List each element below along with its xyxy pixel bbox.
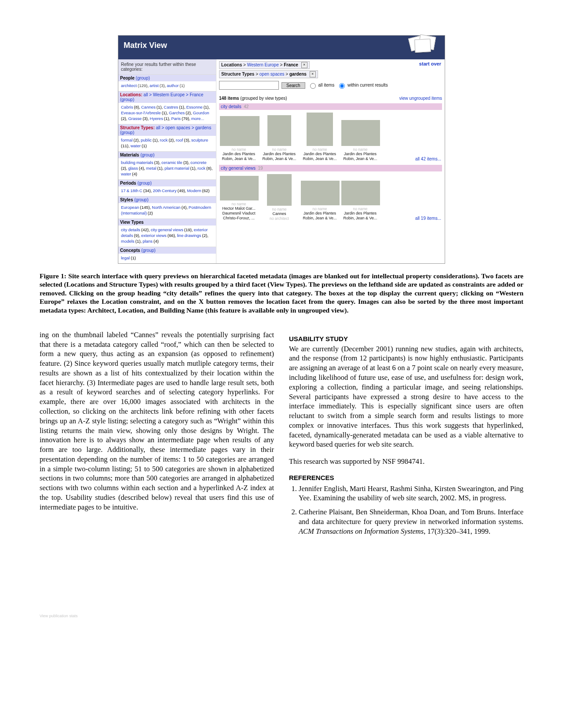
- photo-stack-icon: [409, 33, 437, 53]
- search-row: Search all items within current results: [219, 81, 442, 90]
- footer-note: View publication stats: [40, 614, 523, 618]
- facet-structure-types: Structure Types: all > open spaces > gar…: [118, 124, 216, 151]
- matrix-view-app: Matrix View Refine your results further …: [118, 35, 445, 264]
- result-thumb[interactable]: no nameJardin des PlantesRobin, Jean & V…: [220, 116, 258, 161]
- breadcrumb-locations: Locations > Western Europe > France ×: [219, 61, 442, 69]
- references-list: Jennifer English, Marti Hearst, Rashmi S…: [289, 484, 523, 536]
- all-items-link[interactable]: all 42 items...: [415, 157, 441, 161]
- thumb-row-city-details: no nameJardin des PlantesRobin, Jean & V…: [219, 110, 442, 165]
- radio-all-items[interactable]: [310, 83, 316, 89]
- result-thumb[interactable]: no nameJardin des PlantesRobin, Jean & V…: [341, 181, 379, 221]
- left-column: ing on the thumbnail labeled “Cannes” re…: [40, 330, 274, 543]
- start-over-link[interactable]: start over: [419, 61, 441, 66]
- facet-locations: Locations: all > Western Europe > France…: [118, 91, 216, 124]
- facet-materials: Materials (group) building materials (3)…: [118, 151, 216, 179]
- all-items-link[interactable]: all 19 items...: [415, 216, 441, 221]
- facet-styles: Styles (group) European (145), North Ame…: [118, 196, 216, 218]
- facet-concepts: Concepts (group) legal (1): [118, 247, 216, 263]
- thumb-row-city-general: no nameHector Malot Gar...Daumesnil Viad…: [219, 171, 442, 224]
- result-thumb[interactable]: no nameJardin des PlantesRobin, Jean & V…: [260, 115, 298, 161]
- facet-people: People (group) architect (129), artist (…: [118, 74, 216, 91]
- facet-periods: Periods (group) 17 & 18th C (34), 20th C…: [118, 179, 216, 196]
- result-thumb[interactable]: no nameJardin des PlantesRobin, Jean & V…: [301, 181, 339, 221]
- result-thumb[interactable]: no nameCannesno architect: [260, 174, 298, 221]
- view-ungrouped-link[interactable]: view ungrouped items: [399, 96, 442, 101]
- result-thumb[interactable]: no nameJardin des PlantesRobin, Jean & V…: [301, 113, 339, 161]
- result-thumb[interactable]: no nameHector Malot Gar...Daumesnil Viad…: [220, 176, 258, 221]
- app-title: Matrix View: [124, 41, 167, 50]
- facet-view-types: View Types city details (42), city gener…: [118, 218, 216, 247]
- search-input[interactable]: [219, 81, 279, 90]
- remove-structure-icon[interactable]: ×: [310, 71, 316, 77]
- usability-heading: USABILITY STUDY: [289, 335, 523, 343]
- remove-location-icon[interactable]: ×: [301, 62, 307, 68]
- result-thumb[interactable]: no nameJardin des PlantesRobin, Jean & V…: [341, 120, 379, 161]
- figure-caption: Figure 1: Site search interface with que…: [40, 272, 523, 314]
- search-button[interactable]: Search: [282, 82, 305, 89]
- breadcrumb-structure: Structure Types > open spaces > gardens …: [219, 70, 442, 78]
- references-heading: REFERENCES: [289, 473, 523, 482]
- right-column: USABILITY STUDY We are currently (Decemb…: [289, 330, 523, 543]
- result-summary: 148 items (grouped by view types) view u…: [219, 96, 442, 101]
- group-heading-city-general-views[interactable]: city general views 19: [219, 165, 442, 171]
- radio-within-results[interactable]: [339, 83, 345, 89]
- app-title-bar: Matrix View: [118, 36, 445, 59]
- main-panel: start over Locations > Western Europe > …: [216, 59, 445, 263]
- refine-hint: Refine your results further within these…: [118, 59, 216, 74]
- body-columns: ing on the thumbnail labeled “Cannes” re…: [40, 330, 523, 543]
- facet-sidebar: Refine your results further within these…: [118, 59, 216, 263]
- group-heading-city-details[interactable]: city details 42: [219, 103, 442, 110]
